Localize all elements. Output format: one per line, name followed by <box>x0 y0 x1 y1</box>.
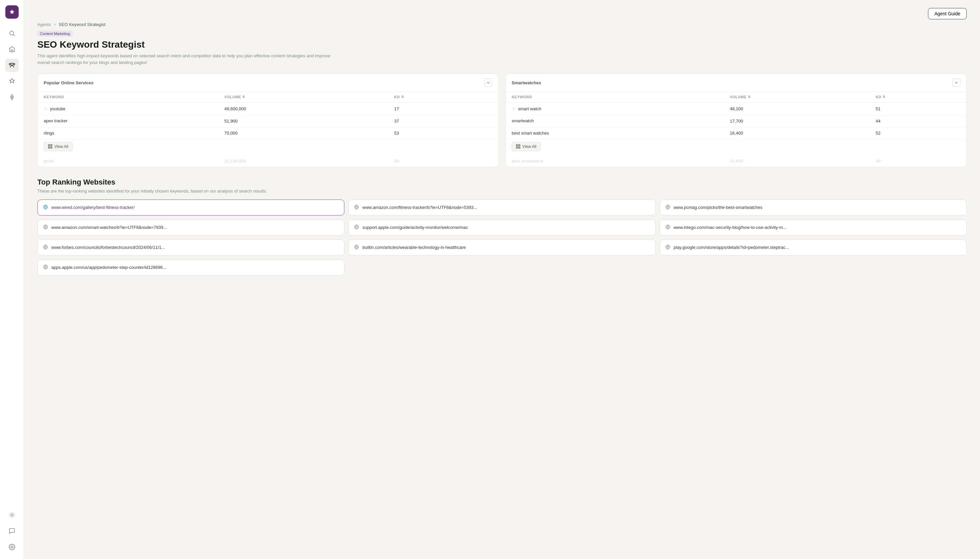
websites-grid: www.wired.com/gallery/best-fitness-track… <box>37 200 967 276</box>
website-url: www.pcmag.com/picks/the-best-smartwatche… <box>674 205 763 210</box>
website-card[interactable]: www.forbes.com/councils/forbestechcounci… <box>37 240 344 256</box>
globe-icon <box>43 205 48 210</box>
svg-rect-3 <box>11 50 13 52</box>
kw-card-expand-1[interactable] <box>484 79 492 87</box>
table-row: gmail32,100,00056 <box>38 155 498 167</box>
sidebar-rocket[interactable] <box>5 91 19 104</box>
kw-cell-volume: 16,400 <box>724 127 870 139</box>
globe-icon <box>43 245 48 251</box>
svg-point-6 <box>9 63 11 65</box>
website-url: builtin.com/articles/wearable-technology… <box>362 245 466 250</box>
kw-cell-keyword: smartwatch <box>506 115 724 127</box>
svg-line-14 <box>13 517 14 517</box>
table-row: smartwatch17,70044 <box>506 115 966 127</box>
svg-point-5 <box>13 63 15 65</box>
keyword-table-popular-online-services: Popular Online Services KEYWORD <box>37 74 499 167</box>
kw-card-header-2: Smartwatches <box>506 74 966 92</box>
globe-icon <box>43 225 48 230</box>
kw-card-actions-2 <box>952 79 960 87</box>
kw-cell-kd: 52 <box>870 127 966 139</box>
table-row: ☆youtube49,600,00017 <box>38 103 498 115</box>
website-card[interactable]: apps.apple.com/us/app/pedometer-step-cou… <box>37 260 344 276</box>
kw-col-keyword-1: KEYWORD <box>38 92 218 103</box>
table-row: best smartwatch14,80049 <box>506 155 966 167</box>
kw-cell-volume: 49,600,000 <box>218 103 388 115</box>
kw-cell-keyword: ☆youtube <box>38 103 218 115</box>
sidebar-chat[interactable] <box>5 524 19 538</box>
sidebar-home[interactable] <box>5 43 19 56</box>
website-url: play.google.com/store/apps/details?id=pe… <box>674 245 789 250</box>
website-url: www.wired.com/gallery/best-fitness-track… <box>51 205 135 210</box>
agent-guide-button[interactable]: Agent Guide <box>928 8 967 19</box>
keyword-table-smartwatches: Smartwatches KEYWORD <box>505 74 967 167</box>
kw-cell-kd: 37 <box>388 115 498 127</box>
view-all-button-1[interactable]: View All <box>44 142 73 151</box>
kw-cell-keyword: best smart watches <box>506 127 724 139</box>
website-card[interactable]: www.amazon.com/fitness-tracker/b?ie=UTF8… <box>348 200 655 215</box>
svg-rect-19 <box>51 145 52 146</box>
kw-cell-volume: 48,100 <box>724 103 870 115</box>
kw-cell-volume: 70,000 <box>218 127 388 139</box>
kw-cell-keyword: apex tracker <box>38 115 218 127</box>
website-url: apps.apple.com/us/app/pedometer-step-cou… <box>51 265 166 270</box>
kw-cell-kd: 56 <box>388 155 498 167</box>
breadcrumb-agents[interactable]: Agents <box>37 22 51 27</box>
sidebar-sun[interactable] <box>5 508 19 522</box>
kw-cell-volume: 14,800 <box>724 155 870 167</box>
kw-text: youtube <box>50 106 65 111</box>
star-icon: ☆ <box>44 106 48 111</box>
page-title: SEO Keyword Strategist <box>37 39 967 50</box>
kw-col-kd-2[interactable]: KD ⇅ <box>870 92 966 103</box>
website-card[interactable]: www.wired.com/gallery/best-fitness-track… <box>37 200 344 215</box>
svg-point-17 <box>11 546 13 548</box>
kw-card-expand-2[interactable] <box>952 79 960 87</box>
app-logo[interactable] <box>5 5 19 19</box>
svg-line-15 <box>10 517 10 517</box>
kw-col-kd-1[interactable]: KD ⇅ <box>388 92 498 103</box>
kw-text: smart watch <box>518 106 541 111</box>
view-all-button-2[interactable]: View All <box>512 142 541 151</box>
top-ranking-title: Top Ranking Websites <box>37 178 967 187</box>
svg-rect-20 <box>48 147 50 148</box>
website-card[interactable]: builtin.com/articles/wearable-technology… <box>348 240 655 256</box>
globe-icon <box>354 225 359 230</box>
sidebar-analytics[interactable] <box>5 74 19 88</box>
website-card[interactable]: support.apple.com/guide/activity-monitor… <box>348 220 655 235</box>
website-card[interactable]: www.pcmag.com/picks/the-best-smartwatche… <box>660 200 967 215</box>
svg-rect-18 <box>48 145 50 146</box>
website-url: support.apple.com/guide/activity-monitor… <box>362 225 468 230</box>
top-ranking-section: Top Ranking Websites These are the top-r… <box>37 178 967 276</box>
table-row: ☆smart watch48,10051 <box>506 103 966 115</box>
globe-icon <box>665 245 670 251</box>
globe-icon <box>665 205 670 210</box>
breadcrumb-separator: > <box>53 22 56 27</box>
svg-rect-22 <box>516 145 518 146</box>
main-content: Agent Guide Agents > SEO Keyword Strateg… <box>24 0 980 559</box>
svg-point-8 <box>11 514 13 516</box>
kw-card-actions-1 <box>484 79 492 87</box>
kw-card-title-1: Popular Online Services <box>44 80 94 85</box>
table-row: rtings70,00053 <box>38 127 498 139</box>
website-card[interactable]: play.google.com/store/apps/details?id=pe… <box>660 240 967 256</box>
kw-text: smartwatch <box>512 118 534 123</box>
kw-text: best smart watches <box>512 131 549 136</box>
kw-text: apex tracker <box>44 118 68 123</box>
sidebar-search[interactable] <box>5 26 19 40</box>
sidebar-agents[interactable] <box>5 59 19 72</box>
content-marketing-badge: Content Marketing <box>37 31 73 36</box>
kw-cell-kd: 17 <box>388 103 498 115</box>
globe-icon <box>665 225 670 230</box>
table-row: apex tracker51,90037 <box>38 115 498 127</box>
sidebar-gear[interactable] <box>5 540 19 554</box>
website-url: www.amazon.com/fitness-tracker/b?ie=UTF8… <box>362 205 477 210</box>
keyword-tables-section: Popular Online Services KEYWORD <box>37 74 967 167</box>
page-description: This agent identifies high-impact keywor… <box>37 53 337 66</box>
kw-col-volume-2[interactable]: Volume ⇅ <box>724 92 870 103</box>
svg-point-1 <box>10 31 14 35</box>
kw-table-2: KEYWORD Volume ⇅ KD ⇅ ☆smart watch48,100… <box>506 92 966 167</box>
website-card[interactable]: www.amazon.com/smart-watches/b?ie=UTF8&n… <box>37 220 344 235</box>
kw-cell-keyword: rtings <box>38 127 218 139</box>
kw-cell-kd: 51 <box>870 103 966 115</box>
kw-col-volume-1[interactable]: Volume ⇅ <box>218 92 388 103</box>
website-card[interactable]: www.intego.com/mac-security-blog/how-to-… <box>660 220 967 235</box>
